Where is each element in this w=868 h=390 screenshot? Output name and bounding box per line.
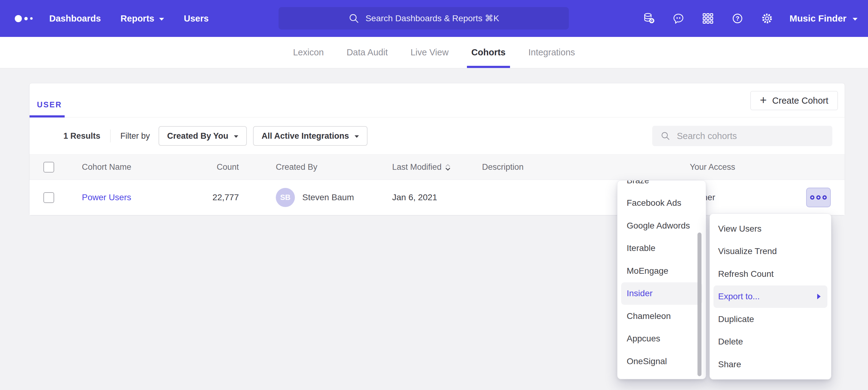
help-button[interactable]: ? (731, 11, 745, 26)
global-search-bar[interactable]: Search Dashboards & Reports ⌘K (279, 7, 569, 30)
search-icon (348, 12, 360, 24)
nav-dashboards[interactable]: Dashboards (49, 13, 101, 24)
table-header-row: Cohort Name Count Created By Last Modifi… (30, 154, 845, 180)
table-row: Power Users 22,777 SB Steven Baum Jan 6,… (30, 180, 845, 215)
help-icon: ? (731, 11, 745, 26)
tab-integrations[interactable]: Integrations (528, 37, 575, 68)
created-by-filter-dropdown[interactable]: Created By You (158, 126, 247, 146)
tab-lexicon[interactable]: Lexicon (293, 37, 324, 68)
menu-item-chameleon[interactable]: Chameleon (617, 305, 706, 328)
menu-item-insider[interactable]: Insider (621, 282, 702, 305)
nav-reports-label: Reports (121, 13, 155, 24)
apps-grid-icon (701, 11, 715, 26)
created-by-filter-value: Created By You (167, 131, 228, 141)
settings-gear-icon (760, 11, 774, 26)
more-options-icon (810, 195, 814, 200)
select-all-checkbox[interactable] (43, 162, 54, 172)
menu-item-onesignal[interactable]: OneSignal (617, 350, 706, 373)
search-cohorts-field[interactable] (652, 126, 832, 146)
global-search-placeholder: Search Dashboards & Reports ⌘K (365, 13, 499, 23)
column-header-last-modified[interactable]: Last Modified (392, 162, 482, 172)
divider (110, 129, 111, 142)
scrollbar-thumb[interactable] (698, 232, 702, 376)
logo-dot-large (15, 15, 22, 22)
last-modified-date: Jan 6, 2021 (392, 193, 437, 202)
logo-dot-medium (24, 17, 28, 20)
menu-item-appcues[interactable]: Appcues (617, 328, 706, 350)
mixpanel-logo[interactable] (15, 15, 33, 22)
cohorts-panel: USER + Create Cohort 1 Results Filter by… (29, 83, 845, 215)
cohort-type-tabs: USER + Create Cohort (30, 83, 845, 118)
menu-item-duplicate[interactable]: Duplicate (710, 308, 831, 331)
top-navigation-bar: Dashboards Reports Users Search Dashboar… (0, 0, 868, 37)
menu-item-moengage[interactable]: MoEngage (617, 260, 706, 282)
export-targets-menu: Braze Facebook Ads Google Adwords Iterab… (617, 180, 706, 379)
chevron-down-icon (354, 135, 359, 138)
last-modified-label: Last Modified (392, 162, 442, 172)
nav-reports[interactable]: Reports (121, 13, 164, 24)
tab-live-view[interactable]: Live View (411, 37, 449, 68)
cohort-actions-menu: View Users Visualize Trend Refresh Count… (710, 214, 831, 380)
data-management-button[interactable] (642, 11, 656, 26)
column-header-your-access[interactable]: Your Access (648, 162, 781, 172)
integrations-filter-dropdown[interactable]: All Active Integrations (253, 126, 368, 146)
column-header-created-by[interactable]: Created By (239, 162, 392, 172)
svg-text:?: ? (736, 15, 739, 22)
chevron-down-icon (234, 135, 238, 138)
column-header-description[interactable]: Description (482, 162, 648, 172)
filter-toolbar: 1 Results Filter by Created By You All A… (30, 118, 845, 154)
data-management-tabs: Lexicon Data Audit Live View Cohorts Int… (0, 37, 868, 68)
menu-item-iterable[interactable]: Iterable (617, 237, 706, 260)
chevron-down-icon (852, 18, 858, 21)
create-cohort-button[interactable]: + Create Cohort (750, 91, 838, 110)
data-management-icon (642, 11, 656, 26)
chevron-right-icon (817, 294, 820, 299)
create-cohort-label: Create Cohort (772, 96, 828, 106)
feedback-button[interactable] (671, 11, 685, 26)
column-header-cohort-name[interactable]: Cohort Name (82, 162, 190, 172)
sort-icon[interactable] (445, 163, 451, 172)
topbar-actions: ? Music Finder (642, 0, 858, 37)
menu-item-refresh-count[interactable]: Refresh Count (710, 263, 831, 285)
logo-dot-small (30, 17, 33, 20)
apps-grid-button[interactable] (701, 11, 715, 26)
menu-item-delete[interactable]: Delete (710, 331, 831, 353)
menu-item-braze[interactable]: Braze (617, 180, 706, 192)
nav-users[interactable]: Users (184, 13, 209, 24)
menu-item-view-users[interactable]: View Users (710, 218, 831, 240)
menu-item-facebook-ads[interactable]: Facebook Ads (617, 192, 706, 215)
menu-item-visualize-trend[interactable]: Visualize Trend (710, 240, 831, 263)
menu-item-export-to[interactable]: Export to... (713, 285, 827, 308)
search-cohorts-input[interactable] (677, 131, 832, 141)
project-name: Music Finder (789, 13, 846, 24)
tab-cohorts[interactable]: Cohorts (471, 37, 505, 68)
primary-nav: Dashboards Reports Users (49, 13, 209, 24)
row-checkbox[interactable] (43, 192, 54, 203)
tab-user-cohorts[interactable]: USER (37, 100, 62, 109)
project-switcher[interactable]: Music Finder (789, 13, 858, 24)
settings-button[interactable] (760, 11, 774, 26)
menu-item-share[interactable]: Share (710, 353, 831, 376)
cohort-count: 22,777 (212, 193, 239, 202)
search-icon (660, 131, 671, 141)
plus-icon: + (760, 94, 767, 106)
menu-item-google-adwords[interactable]: Google Adwords (617, 215, 706, 237)
row-actions-button[interactable] (806, 188, 831, 207)
creator-name: Steven Baum (302, 193, 354, 202)
results-count: 1 Results (63, 131, 100, 141)
feedback-icon (671, 11, 685, 26)
chevron-down-icon (159, 18, 164, 21)
cohort-name-link[interactable]: Power Users (82, 193, 131, 202)
export-to-label: Export to... (718, 292, 760, 301)
integrations-filter-value: All Active Integrations (261, 131, 349, 141)
active-tab-underline (30, 115, 65, 118)
filter-by-label: Filter by (120, 131, 150, 141)
tab-data-audit[interactable]: Data Audit (347, 37, 388, 68)
column-header-count[interactable]: Count (190, 162, 239, 172)
avatar: SB (276, 188, 295, 207)
